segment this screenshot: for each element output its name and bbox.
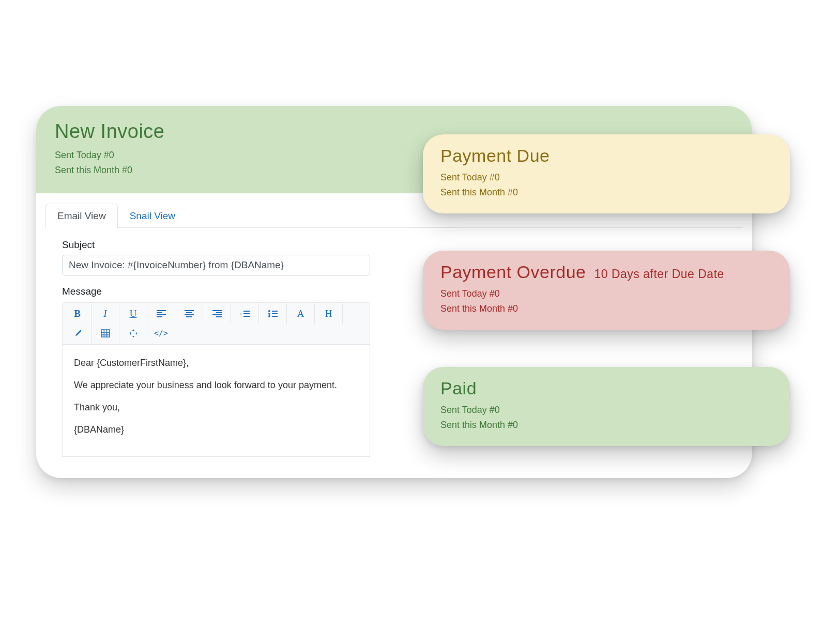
message-line-1: We appreciate your business and look for… (74, 378, 358, 392)
align-right-button[interactable] (203, 304, 231, 324)
payment-due-sent-today: Sent Today #0 (440, 170, 772, 185)
clear-format-button[interactable] (119, 324, 147, 343)
payment-overdue-subtitle: 10 Days after Due Date (594, 267, 724, 281)
paid-card[interactable]: Paid Sent Today #0 Sent this Month #0 (423, 367, 790, 446)
recycle-icon (129, 329, 138, 338)
font-button[interactable]: A (287, 304, 315, 324)
payment-overdue-sent-month: Sent this Month #0 (440, 301, 772, 316)
paid-sent-month: Sent this Month #0 (440, 418, 772, 433)
paid-title: Paid (440, 378, 772, 398)
color-button[interactable] (64, 324, 91, 343)
svg-point-19 (268, 313, 270, 315)
payment-overdue-card[interactable]: Payment Overdue 10 Days after Due Date S… (423, 251, 790, 330)
italic-button[interactable]: I (91, 304, 119, 324)
payment-due-card[interactable]: Payment Due Sent Today #0 Sent this Mont… (423, 134, 790, 213)
editor-toolbar: B I U (62, 302, 370, 345)
align-left-icon (157, 310, 166, 317)
payment-due-title: Payment Due (440, 146, 772, 166)
payment-overdue-title: Payment Overdue 10 Days after Due Date (440, 262, 772, 282)
paid-sent-today: Sent Today #0 (440, 403, 772, 418)
tab-email-view[interactable]: Email View (45, 204, 118, 228)
ordered-list-icon: 123 (240, 310, 250, 317)
align-center-icon (185, 310, 194, 317)
subject-input[interactable] (62, 255, 370, 275)
message-label: Message (62, 286, 370, 297)
unordered-list-icon (268, 310, 278, 317)
align-center-button[interactable] (175, 304, 203, 324)
svg-text:3: 3 (240, 315, 242, 317)
align-right-icon (212, 310, 222, 317)
brush-icon (73, 329, 82, 338)
message-thanks: Thank you, (74, 401, 358, 415)
heading-button[interactable]: H (315, 304, 343, 324)
payment-overdue-sent-today: Sent Today #0 (440, 286, 772, 301)
align-left-button[interactable] (147, 304, 175, 324)
bold-button[interactable]: B (64, 304, 91, 324)
message-editor[interactable]: Dear {CustomerFirstName}, We appreciate … (62, 345, 370, 457)
payment-due-sent-month: Sent this Month #0 (440, 185, 772, 200)
code-view-button[interactable]: </> (147, 324, 175, 343)
message-signature: {DBAName} (74, 423, 358, 437)
table-icon (101, 329, 110, 337)
tab-snail-view[interactable]: Snail View (118, 204, 187, 228)
payment-overdue-title-text: Payment Overdue (440, 262, 586, 282)
underline-button[interactable]: U (119, 304, 147, 324)
ordered-list-button[interactable]: 123 (231, 304, 259, 324)
svg-point-20 (268, 315, 270, 317)
message-greeting: Dear {CustomerFirstName}, (74, 356, 358, 370)
unordered-list-button[interactable] (259, 304, 287, 324)
code-icon: </> (154, 329, 168, 338)
svg-rect-24 (101, 330, 110, 337)
table-button[interactable] (91, 324, 119, 343)
email-form: Subject Message B I U (45, 228, 387, 457)
svg-point-18 (268, 310, 270, 312)
subject-label: Subject (62, 239, 370, 251)
